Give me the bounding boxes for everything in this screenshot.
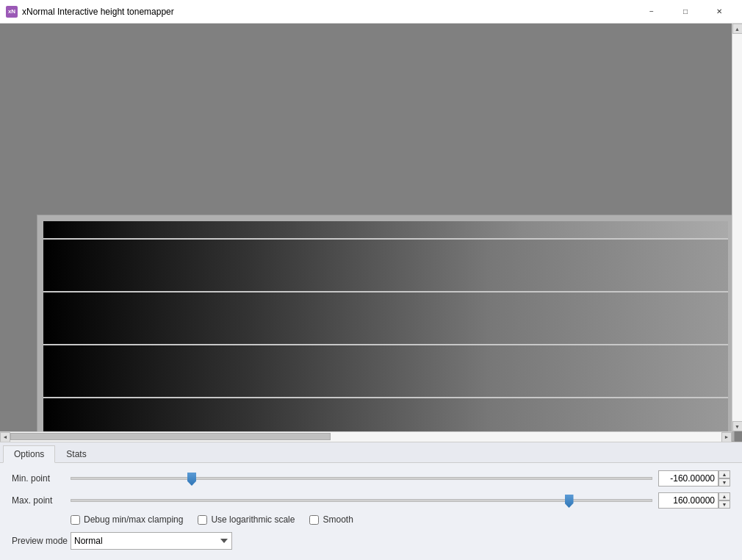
min-point-slider-thumb[interactable] <box>187 473 196 486</box>
tab-options[interactable]: Options <box>3 445 55 463</box>
scroll-down-button[interactable]: ▼ <box>732 421 743 431</box>
debug-minmax-label: Debug min/max clamping <box>84 514 183 525</box>
debug-minmax-checkbox-item[interactable]: Debug min/max clamping <box>71 514 183 525</box>
gradient-strip-1 <box>43 221 728 238</box>
title-bar: xN xNormal Interactive height tonemapper… <box>0 0 742 24</box>
window-title: xNormal Interactive height tonemapper <box>22 7 635 17</box>
min-point-spin-up[interactable]: ▲ <box>718 470 730 478</box>
max-point-spin-down[interactable]: ▼ <box>718 500 730 509</box>
scroll-right-button[interactable]: ► <box>721 432 732 442</box>
tabs-bar: Options Stats <box>0 442 742 463</box>
max-point-label: Max. point <box>12 495 71 506</box>
gradient-strip-3 <box>43 292 728 344</box>
app-icon: xN <box>6 6 18 18</box>
scroll-track-horizontal[interactable] <box>10 432 721 442</box>
close-button[interactable]: ✕ <box>702 0 736 24</box>
min-point-input[interactable] <box>658 470 718 487</box>
max-point-input-wrap: ▲ ▼ <box>658 492 730 509</box>
preview-mode-label: Preview mode <box>12 536 71 546</box>
viewport: ▲ ▼ ◄ ► <box>0 24 742 442</box>
scroll-track-vertical[interactable] <box>732 34 742 421</box>
minimize-button[interactable]: − <box>635 0 669 24</box>
gradient-strip-4 <box>43 345 728 397</box>
smooth-label: Smooth <box>323 514 353 525</box>
window-controls: − □ ✕ <box>635 0 736 24</box>
tab-stats[interactable]: Stats <box>55 445 97 462</box>
smooth-checkbox[interactable] <box>309 515 319 525</box>
debug-minmax-checkbox[interactable] <box>71 515 80 525</box>
max-point-slider-thumb[interactable] <box>565 495 574 508</box>
horizontal-scrollbar[interactable]: ◄ ► <box>0 431 732 442</box>
min-point-row: Min. point ▲ ▼ <box>12 470 730 487</box>
scroll-thumb-horizontal[interactable] <box>10 433 331 440</box>
max-point-slider-track[interactable] <box>71 499 652 502</box>
max-point-spinner: ▲ ▼ <box>718 492 730 509</box>
max-point-slider-container[interactable] <box>71 492 652 509</box>
viewport-background <box>0 24 742 442</box>
maximize-button[interactable]: □ <box>669 0 702 24</box>
options-panel: Min. point ▲ ▼ Max. point <box>0 463 742 560</box>
gradient-strips <box>43 221 728 435</box>
max-point-spin-up[interactable]: ▲ <box>718 492 730 500</box>
gradient-strip-5 <box>43 398 728 435</box>
scroll-left-button[interactable]: ◄ <box>0 432 10 442</box>
smooth-checkbox-item[interactable]: Smooth <box>309 514 353 525</box>
logarithmic-checkbox[interactable] <box>198 515 207 525</box>
min-point-input-wrap: ▲ ▼ <box>658 470 730 487</box>
checkboxes-row: Debug min/max clamping Use logarithmic s… <box>71 514 730 525</box>
preview-mode-select[interactable]: Normal Height Ambient Occlusion Bent Nor… <box>71 532 232 550</box>
scroll-up-button[interactable]: ▲ <box>732 24 743 34</box>
min-point-spinner: ▲ ▼ <box>718 470 730 487</box>
logarithmic-checkbox-item[interactable]: Use logarithmic scale <box>198 514 295 525</box>
main-content: ▲ ▼ ◄ ► Options Stats Min. point <box>0 24 742 560</box>
viewport-inner: ▲ ▼ ◄ ► <box>0 24 742 442</box>
bottom-panel: Options Stats Min. point ▲ ▼ <box>0 442 742 560</box>
vertical-scrollbar[interactable]: ▲ ▼ <box>732 24 742 431</box>
preview-panel <box>37 215 735 442</box>
min-point-slider-track[interactable] <box>71 477 652 480</box>
preview-mode-row: Preview mode Normal Height Ambient Occlu… <box>12 532 730 550</box>
gradient-strip-2 <box>43 240 728 291</box>
min-point-slider-container[interactable] <box>71 470 652 487</box>
max-point-row: Max. point ▲ ▼ <box>12 492 730 509</box>
logarithmic-label: Use logarithmic scale <box>211 514 295 525</box>
min-point-spin-down[interactable]: ▼ <box>718 478 730 487</box>
max-point-input[interactable] <box>658 492 718 509</box>
min-point-label: Min. point <box>12 473 71 484</box>
